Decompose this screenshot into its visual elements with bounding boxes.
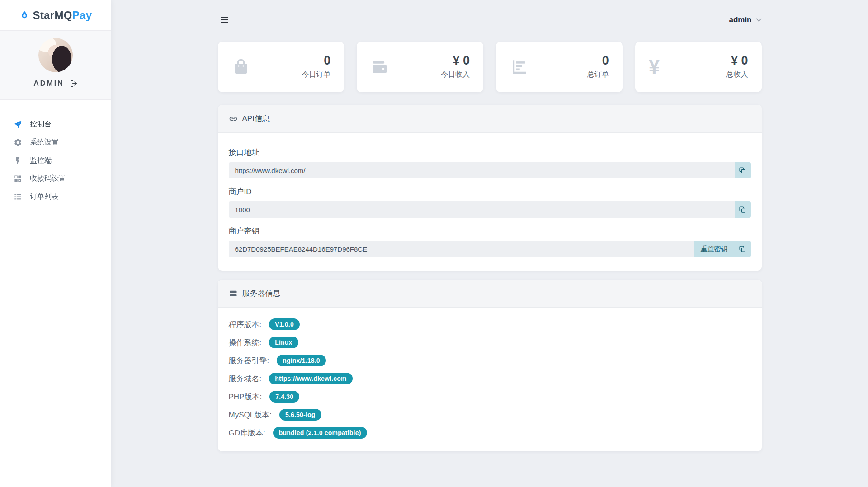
sidebar-item-dashboard[interactable]: 控制台 [0,115,111,133]
user-dropdown[interactable]: admin [729,15,761,24]
flame-logo-icon [19,10,29,21]
merchant-id-label: 商户ID [229,187,751,197]
stat-label: 总收入 [726,70,748,80]
stat-value: ¥ 0 [726,54,748,68]
sidebar-item-label: 控制台 [30,120,52,129]
profile-name: ADMIN [33,80,64,88]
version-badge: Linux [269,337,298,348]
server-row-os: 操作系统: Linux [229,337,751,348]
hamburger-menu-icon[interactable] [218,14,231,26]
server-row-label: 程序版本: [229,319,262,330]
topbar: admin [218,0,762,40]
profile-section: ADMIN [0,30,111,100]
server-row-php: PHP版本: 7.4.30 [229,391,751,403]
sidebar-menu: 控制台 系统设置 监控端 [0,100,111,206]
copy-button[interactable] [735,201,751,218]
stat-card-today-income: ¥ 0 今日收入 [357,42,483,92]
api-panel-title: API信息 [242,113,270,124]
server-row-engine: 服务器引擎: nginx/1.18.0 [229,355,751,366]
list-icon [13,192,22,201]
brand-name: StarMQPay [33,9,92,22]
server-row-label: MySQL版本: [229,410,272,420]
sidebar-item-monitor[interactable]: 监控端 [0,151,111,169]
stat-card-total-orders: 0 总订单 [496,42,623,92]
bar-chart-icon [509,57,531,76]
version-badge: https://www.dkewl.com [269,373,352,384]
brand-logo[interactable]: StarMQPay [0,0,111,30]
merchant-secret-label: 商户密钥 [229,226,751,236]
sidebar-item-order-list[interactable]: 订单列表 [0,187,111,206]
api-panel-header: API信息 [218,105,762,133]
gear-icon [13,138,22,147]
server-row-label: 服务器引擎: [229,356,269,366]
stat-label: 今日订单 [302,70,330,80]
chevron-down-icon [756,18,762,22]
server-row-label: GD库版本: [229,428,265,438]
copy-button[interactable] [735,241,751,257]
api-url-label: 接口地址 [229,147,751,158]
server-row-gd: GD库版本: bundled (2.1.0 compatible) [229,427,751,439]
stat-card-total-income: ¥ ¥ 0 总收入 [635,42,762,92]
reset-secret-button[interactable]: 重置密钥 [694,241,735,257]
bolt-icon [13,156,22,165]
yen-icon: ¥ [649,57,670,77]
api-info-panel: API信息 接口地址 商户ID [218,105,762,271]
sidebar-item-system-settings[interactable]: 系统设置 [0,133,111,151]
user-name: admin [729,15,751,24]
stat-value: 0 [587,54,609,68]
sidebar-item-label: 订单列表 [30,192,59,201]
link-icon [229,114,238,123]
shopping-bag-icon [231,57,253,76]
qrcode-icon [13,174,22,183]
wallet-icon [370,57,392,76]
main-content: admin 0 今 [111,0,868,451]
server-row-label: 服务域名: [229,374,262,384]
merchant-secret-input[interactable] [229,241,694,257]
sidebar: StarMQPay ADMIN 控制台 [0,0,111,487]
sidebar-item-label: 系统设置 [30,138,59,147]
server-panel-title: 服务器信息 [242,288,281,299]
version-badge: nginx/1.18.0 [277,355,326,366]
server-icon [229,289,238,298]
server-row-label: PHP版本: [229,392,262,402]
server-panel-header: 服务器信息 [218,280,762,308]
copy-button[interactable] [735,162,751,178]
sidebar-item-label: 监控端 [30,156,52,165]
stat-label: 总订单 [587,70,609,80]
server-row-program-version: 程序版本: V1.0.0 [229,318,751,330]
stat-value: 0 [302,54,330,68]
sidebar-item-qrcode-settings[interactable]: 收款码设置 [0,169,111,187]
version-badge: 5.6.50-log [279,409,321,421]
avatar[interactable] [38,38,73,72]
version-badge: 7.4.30 [269,391,299,403]
stat-value: ¥ 0 [441,54,470,68]
sidebar-item-label: 收款码设置 [30,174,66,183]
stat-label: 今日收入 [441,70,470,80]
server-info-panel: 服务器信息 程序版本: V1.0.0 操作系统: Linux 服务器引擎: ng… [218,280,762,451]
version-badge: bundled (2.1.0 compatible) [273,427,367,439]
rocket-icon [13,120,22,129]
server-row-label: 操作系统: [229,337,262,348]
version-badge: V1.0.0 [269,318,300,330]
server-row-mysql: MySQL版本: 5.6.50-log [229,409,751,421]
server-row-domain: 服务域名: https://www.dkewl.com [229,373,751,384]
logout-icon[interactable] [70,80,78,88]
stat-cards: 0 今日订单 ¥ 0 今日收入 [218,42,762,92]
merchant-id-input[interactable] [229,201,735,218]
api-url-input[interactable] [229,162,735,178]
stat-card-today-orders: 0 今日订单 [218,42,344,92]
